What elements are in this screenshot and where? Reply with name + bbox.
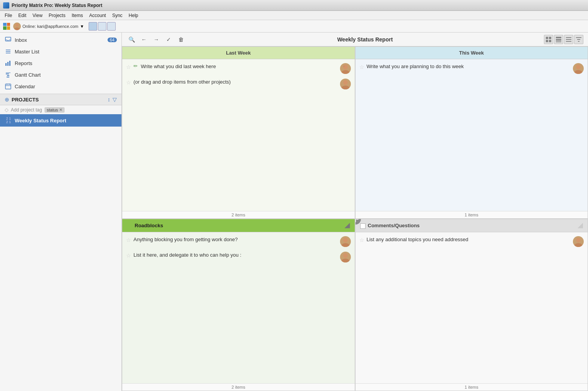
this-week-footer: 1 items	[356, 211, 588, 218]
sidebar-item-gantt[interactable]: Gantt Chart	[0, 69, 121, 81]
star-icon-2[interactable]: ☆	[126, 79, 131, 86]
gantt-label: Gantt Chart	[15, 72, 117, 78]
menu-projects[interactable]: Projects	[46, 12, 68, 19]
roadblocks-item-2[interactable]: ☆ List it here, and delegate it to who c…	[122, 249, 355, 265]
grid-icon	[3, 23, 10, 30]
view-buttons	[544, 35, 583, 44]
add-project-icon[interactable]: ⊕	[5, 96, 9, 103]
status-tag[interactable]: status ✕	[44, 107, 65, 113]
layout-btn-2[interactable]	[98, 22, 106, 31]
title-bar: Priority Matrix Pro: Weekly Status Repor…	[0, 0, 588, 11]
check-button[interactable]: ✓	[164, 34, 174, 45]
svg-rect-8	[9, 61, 10, 66]
last-week-item-2[interactable]: ☆ (or drag and drop items from other pro…	[122, 76, 355, 92]
project-item-weekly-status[interactable]: 2 1 2 1 Weekly Status Report	[0, 114, 121, 127]
this-week-item-1[interactable]: ☆ Write what you are planning to do this…	[356, 61, 588, 76]
sidebar-item-inbox[interactable]: Inbox 64	[0, 34, 121, 46]
svg-point-38	[342, 243, 349, 247]
sidebar-nav: Inbox 64 Master List Reports	[0, 33, 121, 94]
quadrant-last-week: Last Week ☆ ✏ Write what you did last we…	[122, 46, 355, 219]
svg-point-31	[342, 70, 349, 74]
roadblocks-header: Roadblocks	[122, 219, 355, 232]
layout-btn-3[interactable]	[107, 22, 116, 31]
menu-help[interactable]: Help	[126, 12, 142, 19]
svg-point-35	[576, 65, 581, 69]
svg-rect-22	[556, 39, 561, 41]
resize-handle[interactable]	[345, 223, 350, 228]
title-bar-text: Priority Matrix Pro: Weekly Status Repor…	[12, 3, 103, 8]
tag-close-button[interactable]: ✕	[59, 108, 62, 112]
star-icon-3[interactable]: ☆	[359, 64, 364, 70]
svg-rect-18	[549, 37, 551, 39]
comments-item-1[interactable]: ☆ List any additional topics you need ad…	[356, 234, 588, 249]
inbox-badge: 64	[108, 38, 117, 42]
svg-point-40	[342, 259, 349, 262]
star-icon-4[interactable]: ☆	[126, 237, 131, 243]
avatar-4	[340, 236, 351, 247]
sidebar-item-reports[interactable]: Reports	[0, 57, 121, 69]
last-week-footer: 2 items	[122, 211, 355, 218]
content-title: Weekly Status Report	[188, 36, 542, 43]
inbox-icon	[5, 36, 12, 43]
star-icon-1[interactable]: ☆	[126, 64, 131, 70]
projects-header: ⊕ PROJECTS ↕ ▽	[0, 94, 121, 105]
quadrant-comments: Comments/Questions ☆ List any additional…	[355, 219, 588, 391]
star-icon-5[interactable]: ☆	[126, 252, 131, 259]
roadblocks-item-1[interactable]: ☆ Anything blocking you from getting wor…	[122, 234, 355, 249]
comments-checkbox[interactable]	[360, 223, 366, 229]
svg-rect-12	[7, 77, 9, 77]
menu-file[interactable]: File	[2, 12, 15, 19]
layout-btn-1[interactable]	[89, 22, 97, 31]
user-dropdown-arrow[interactable]: ▼	[80, 24, 84, 29]
project-title: Weekly Status Report	[15, 118, 66, 123]
menu-edit[interactable]: Edit	[15, 12, 29, 19]
sidebar-item-master-list[interactable]: Master List	[0, 46, 121, 57]
sidebar-item-calendar[interactable]: Calendar	[0, 81, 121, 92]
list-view-button-2[interactable]	[564, 35, 573, 44]
last-week-task-1-text: Write what you did last week here	[141, 63, 338, 70]
master-list-label: Master List	[15, 49, 117, 55]
projects-label: PROJECTS	[12, 97, 105, 103]
last-week-item-1[interactable]: ☆ ✏ Write what you did last week here	[122, 61, 355, 76]
back-button[interactable]: ←	[139, 34, 149, 45]
delete-button[interactable]: 🗑	[176, 34, 186, 45]
avatar-3	[573, 63, 584, 74]
content-toolbar: 🔍 ← → ✓ 🗑 Weekly Status Report	[122, 33, 588, 46]
this-week-task-1-text: Write what you are planning to do this w…	[367, 63, 571, 70]
svg-point-42	[574, 243, 582, 247]
comments-header: Comments/Questions	[356, 219, 588, 232]
last-week-body: ☆ ✏ Write what you did last week here	[122, 59, 355, 211]
roadblocks-task-1-text: Anything blocking you from getting work …	[133, 236, 338, 243]
svg-rect-7	[7, 62, 9, 66]
svg-rect-13	[5, 84, 11, 89]
forward-button[interactable]: →	[151, 34, 161, 45]
svg-point-34	[342, 86, 349, 89]
comments-task-1-text: List any additional topics you need addr…	[367, 236, 571, 243]
svg-point-0	[15, 24, 19, 27]
list-view-button-1[interactable]	[554, 35, 563, 44]
roadblocks-checkbox[interactable]	[127, 223, 132, 229]
menu-sync[interactable]: Sync	[109, 12, 126, 19]
pencil-icon-1: ✏	[133, 63, 138, 69]
svg-point-32	[343, 65, 345, 67]
sort-icon[interactable]: ↕	[108, 96, 110, 103]
svg-rect-11	[7, 75, 9, 76]
menu-items[interactable]: Items	[68, 12, 86, 19]
app-toolbar: Online: kari@appfluence.com ▼	[0, 20, 588, 33]
filter-icon[interactable]: ▽	[113, 96, 117, 103]
svg-point-1	[14, 27, 20, 30]
comments-body: ☆ List any additional topics you need ad…	[356, 232, 588, 383]
resize-handle-2[interactable]	[578, 223, 583, 228]
zoom-in-button[interactable]: 🔍	[126, 34, 137, 45]
svg-rect-20	[549, 40, 551, 42]
svg-point-30	[343, 65, 348, 69]
sidebar: Inbox 64 Master List Reports	[0, 33, 122, 391]
filter-view-button[interactable]	[574, 35, 583, 44]
menu-view[interactable]: View	[29, 12, 46, 19]
content-area: 🔍 ← → ✓ 🗑 Weekly Status Report	[122, 33, 588, 391]
menu-bar: File Edit View Projects Items Account Sy…	[0, 11, 588, 20]
star-icon-6[interactable]: ☆	[359, 237, 364, 243]
menu-account[interactable]: Account	[86, 12, 109, 19]
svg-rect-10	[6, 74, 9, 74]
grid-view-button[interactable]	[544, 35, 553, 44]
